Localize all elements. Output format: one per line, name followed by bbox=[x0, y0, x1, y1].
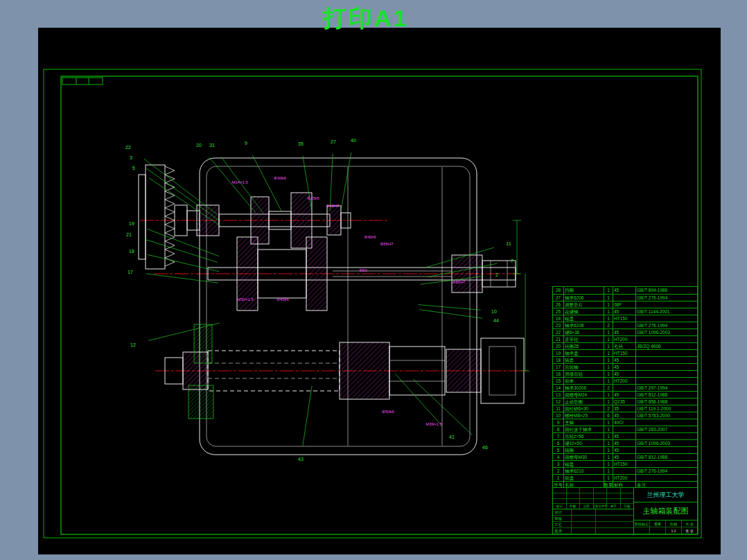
parts-cell: 14 bbox=[553, 385, 563, 391]
parts-cell: 45 bbox=[613, 447, 635, 453]
title-block-revision-and-signatures: 标记处数分区更改文件号签字日期 设计审核工艺批准 bbox=[553, 488, 634, 534]
part-callout: 46 bbox=[482, 445, 488, 450]
field-scale: 比例 1:2 bbox=[665, 520, 681, 534]
parts-cell bbox=[635, 371, 697, 377]
parts-row: 12止动垫圈1Q235GB/T 858-1988 bbox=[553, 398, 697, 405]
revision-cell bbox=[566, 493, 580, 498]
parts-cell: 1 bbox=[604, 357, 613, 363]
part-callout: 43 bbox=[298, 457, 304, 462]
parts-cell: 1 bbox=[604, 336, 613, 342]
parts-cell: HT150 bbox=[613, 350, 635, 356]
parts-cell: 1 bbox=[604, 350, 613, 356]
parts-cell: 主轴 bbox=[563, 419, 604, 426]
revision-cell bbox=[579, 499, 593, 504]
dimension-text: Φ30k6 bbox=[274, 176, 286, 180]
parts-cell: 28 bbox=[553, 287, 563, 294]
parts-cell bbox=[635, 364, 697, 370]
parts-row: 17齿轮轴145 bbox=[553, 363, 697, 370]
parts-cell bbox=[635, 350, 697, 356]
parts-cell: 1 bbox=[604, 440, 613, 446]
parts-row: 10螺栓M8×25645GB/T 5783-2000 bbox=[553, 412, 697, 419]
parts-cell: 轴承盖 bbox=[563, 350, 604, 356]
parts-cell: 08F bbox=[613, 301, 635, 308]
revision-cell bbox=[579, 488, 593, 493]
parts-row: 1箱盖1HT200 bbox=[553, 474, 697, 481]
parts-cell: 17 bbox=[553, 364, 563, 370]
parts-cell: 21 bbox=[553, 336, 563, 342]
parts-row: 23轴承62082GB/T 276-1994 bbox=[553, 322, 697, 329]
parts-row: 21皮带轮1HT200 bbox=[553, 335, 697, 342]
revision-cell bbox=[553, 488, 566, 493]
part-callout: 12 bbox=[130, 342, 136, 347]
parts-cell: GB/T 812-1988 bbox=[635, 392, 697, 398]
parts-cell: 1 bbox=[604, 468, 613, 474]
parts-row: 24端盖1HT150 bbox=[553, 315, 697, 322]
revision-cell bbox=[606, 488, 620, 493]
parts-cell: 键8×36 bbox=[563, 329, 604, 335]
parts-cell: 45 bbox=[613, 412, 635, 419]
parts-cell: GB/T 858-1988 bbox=[635, 399, 697, 405]
parts-row: 13圆螺母M24145GB/T 812-1988 bbox=[553, 391, 697, 398]
revision-cell: 更改文件号 bbox=[593, 504, 607, 509]
parts-cell: 箱体 bbox=[563, 378, 604, 384]
signature-date bbox=[596, 509, 633, 515]
parts-cell: 4 bbox=[553, 454, 563, 460]
parts-cell: 1 bbox=[604, 315, 613, 322]
revision-cell bbox=[593, 493, 607, 498]
parts-cell: 端盖 bbox=[563, 461, 604, 467]
parts-cell: 1 bbox=[604, 301, 613, 308]
part-callout: 9 bbox=[245, 141, 247, 146]
parts-cell: 1 bbox=[604, 426, 613, 432]
parts-cell: 1 bbox=[604, 287, 613, 294]
parts-cell: 10 bbox=[553, 412, 563, 419]
revision-cell: 处数 bbox=[566, 504, 580, 509]
parts-cell: Q235 bbox=[613, 399, 635, 405]
parts-cell: 轴承6210 bbox=[563, 468, 604, 474]
parts-cell: 1 bbox=[604, 419, 613, 426]
signature-label: 设计 bbox=[553, 509, 572, 515]
revision-row bbox=[553, 498, 633, 504]
parts-cell: HT150 bbox=[613, 315, 635, 322]
signature-label: 批准 bbox=[553, 528, 572, 534]
parts-cell bbox=[613, 295, 635, 301]
parts-cell: 圆螺母M24 bbox=[563, 392, 604, 398]
parts-row: 8圆柱滚子轴承1GB/T 283-2007 bbox=[553, 426, 697, 432]
parts-row: 9主轴140Cr bbox=[553, 419, 697, 426]
title-block: 标记处数分区更改文件号签字日期 设计审核工艺批准 兰州理工大学 主轴箱装配图 阶… bbox=[552, 487, 698, 534]
parts-row: 18隔套145 bbox=[553, 356, 697, 363]
parts-cell: 齿轮轴 bbox=[563, 364, 604, 370]
part-callout: 19 bbox=[129, 221, 134, 226]
parts-cell: 9 bbox=[553, 419, 563, 426]
revision-cell: 分区 bbox=[579, 504, 593, 509]
parts-row: 5隔圈145 bbox=[553, 446, 697, 453]
revision-cell bbox=[620, 488, 634, 493]
parts-cell: 1 bbox=[604, 433, 613, 439]
revision-row: 标记处数分区更改文件号签字日期 bbox=[553, 503, 633, 509]
parts-cell: 1 bbox=[604, 475, 613, 481]
signature-label: 审核 bbox=[553, 516, 572, 521]
parts-cell: 13 bbox=[553, 392, 563, 398]
parts-cell: 45 bbox=[613, 364, 635, 370]
parts-cell: 3 bbox=[553, 461, 563, 467]
parts-cell: 45 bbox=[613, 371, 635, 377]
parts-cell: 40Cr bbox=[613, 419, 635, 426]
parts-cell: GB/T 1096-2003 bbox=[635, 329, 697, 335]
part-callout: 5 bbox=[132, 166, 135, 170]
parts-cell: 2 bbox=[604, 385, 613, 391]
parts-cell: 6 bbox=[553, 440, 563, 446]
stage-label: 阶段标记 bbox=[634, 520, 649, 527]
revision-cell bbox=[553, 493, 566, 498]
parts-cell: 27 bbox=[553, 295, 563, 301]
parts-cell: 5 bbox=[553, 447, 563, 453]
parts-cell: 键10×50 bbox=[563, 440, 604, 446]
part-callout: 41 bbox=[449, 435, 455, 439]
parts-cell bbox=[613, 385, 635, 391]
parts-row: 19轴承盖1HT150 bbox=[553, 349, 697, 356]
dimension-text: M39×1.5 bbox=[425, 422, 442, 426]
cad-print-preview: 打印A1 bbox=[0, 0, 747, 560]
parts-cell: HT200 bbox=[613, 336, 635, 342]
parts-row: 2轴承62101GB/T 276-1994 bbox=[553, 467, 697, 474]
revision-cell bbox=[593, 499, 607, 504]
parts-cell: 圆柱销6×30 bbox=[563, 405, 604, 412]
signature-name bbox=[572, 528, 596, 534]
